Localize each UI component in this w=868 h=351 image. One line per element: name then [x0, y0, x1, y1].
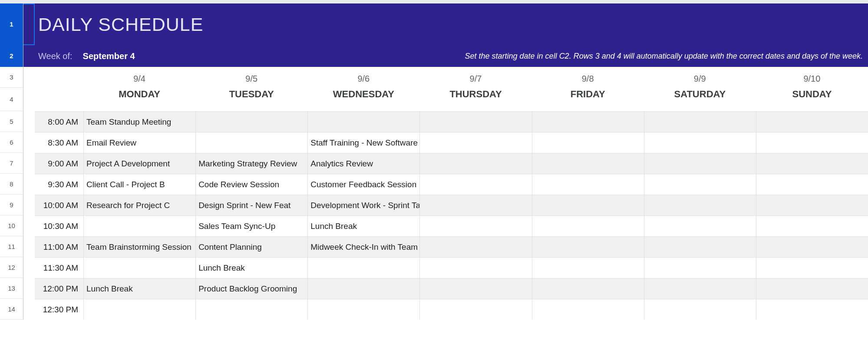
time-cell[interactable]: 10:00 AM: [35, 195, 83, 215]
event-cell[interactable]: [532, 195, 644, 215]
row-number[interactable]: 4: [0, 88, 23, 111]
row-number[interactable]: 5: [0, 111, 23, 132]
event-cell[interactable]: [756, 215, 868, 236]
event-cell[interactable]: [83, 215, 195, 236]
event-cell[interactable]: [419, 111, 531, 132]
row-number[interactable]: 12: [0, 257, 23, 278]
event-cell[interactable]: [307, 278, 419, 299]
row-number[interactable]: 6: [0, 132, 23, 153]
event-cell[interactable]: Code Review Session: [195, 174, 307, 195]
time-cell[interactable]: 12:00 PM: [35, 278, 83, 299]
row-number[interactable]: 7: [0, 153, 23, 174]
day-date[interactable]: 9/6: [307, 67, 419, 88]
event-cell[interactable]: [419, 195, 531, 215]
event-cell[interactable]: [644, 174, 756, 195]
event-cell[interactable]: [532, 278, 644, 299]
event-cell[interactable]: Client Call - Project B: [83, 174, 195, 195]
day-name[interactable]: SATURDAY: [644, 88, 756, 111]
event-cell[interactable]: [419, 215, 531, 236]
event-cell[interactable]: [307, 111, 419, 132]
event-cell[interactable]: [644, 215, 756, 236]
event-cell[interactable]: [532, 215, 644, 236]
event-cell[interactable]: Lunch Break: [83, 278, 195, 299]
event-cell[interactable]: Analytics Review: [307, 153, 419, 174]
row-number[interactable]: 1: [0, 3, 23, 45]
event-cell[interactable]: [644, 153, 756, 174]
day-date[interactable]: 9/9: [644, 67, 756, 88]
event-cell[interactable]: [532, 153, 644, 174]
event-cell[interactable]: [419, 278, 531, 299]
event-cell[interactable]: [419, 153, 531, 174]
event-cell[interactable]: Sales Team Sync-Up: [195, 215, 307, 236]
event-cell[interactable]: Team Standup Meeting: [83, 111, 195, 132]
event-cell[interactable]: [644, 278, 756, 299]
event-cell[interactable]: [756, 174, 868, 195]
event-cell[interactable]: Midweek Check-In with Team: [307, 236, 419, 257]
day-name[interactable]: TUESDAY: [195, 88, 307, 111]
event-cell[interactable]: Product Backlog Grooming: [195, 278, 307, 299]
row-number[interactable]: 2: [0, 45, 23, 67]
day-date[interactable]: 9/4: [83, 67, 195, 88]
event-cell[interactable]: Team Brainstorming Session: [83, 236, 195, 257]
event-cell[interactable]: [644, 236, 756, 257]
banner-title-row[interactable]: DAILY SCHEDULE: [35, 3, 868, 45]
event-cell[interactable]: [419, 257, 531, 278]
event-cell[interactable]: Email Review: [83, 132, 195, 153]
row-number[interactable]: 8: [0, 174, 23, 195]
banner-subtitle-row[interactable]: Week of: September 4 Set the starting da…: [35, 45, 868, 67]
day-name[interactable]: SUNDAY: [756, 88, 868, 111]
event-cell[interactable]: [756, 195, 868, 215]
time-cell[interactable]: 8:30 AM: [35, 132, 83, 153]
event-cell[interactable]: [644, 257, 756, 278]
event-cell[interactable]: Design Sprint - New Feat: [195, 195, 307, 215]
time-cell[interactable]: 8:00 AM: [35, 111, 83, 132]
event-cell[interactable]: [532, 174, 644, 195]
event-cell[interactable]: [756, 132, 868, 153]
time-cell[interactable]: 10:30 AM: [35, 215, 83, 236]
event-cell[interactable]: [644, 195, 756, 215]
event-cell[interactable]: Project A Development: [83, 153, 195, 174]
event-cell[interactable]: [756, 278, 868, 299]
event-cell[interactable]: [532, 111, 644, 132]
event-cell[interactable]: [307, 299, 419, 320]
day-name[interactable]: MONDAY: [83, 88, 195, 111]
event-cell[interactable]: [307, 257, 419, 278]
event-cell[interactable]: Research for Project C: [83, 195, 195, 215]
event-cell[interactable]: Staff Training - New Software: [307, 132, 419, 153]
event-cell[interactable]: [532, 299, 644, 320]
event-cell[interactable]: [419, 299, 531, 320]
event-cell[interactable]: [756, 236, 868, 257]
time-cell[interactable]: 11:30 AM: [35, 257, 83, 278]
day-date[interactable]: 9/10: [756, 67, 868, 88]
row-number[interactable]: 3: [0, 67, 23, 88]
day-date[interactable]: 9/7: [419, 67, 531, 88]
time-cell[interactable]: 11:00 AM: [35, 236, 83, 257]
event-cell[interactable]: Lunch Break: [307, 215, 419, 236]
row-number[interactable]: 14: [0, 299, 23, 320]
event-cell[interactable]: [83, 299, 195, 320]
event-cell[interactable]: [756, 111, 868, 132]
day-date[interactable]: 9/5: [195, 67, 307, 88]
row-number[interactable]: 10: [0, 215, 23, 236]
event-cell[interactable]: [419, 174, 531, 195]
event-cell[interactable]: [532, 132, 644, 153]
event-cell[interactable]: [532, 257, 644, 278]
event-cell[interactable]: [532, 236, 644, 257]
row-number[interactable]: 13: [0, 278, 23, 299]
event-cell[interactable]: [83, 257, 195, 278]
day-date[interactable]: 9/8: [532, 67, 644, 88]
day-name[interactable]: FRIDAY: [532, 88, 644, 111]
event-cell[interactable]: [644, 299, 756, 320]
event-cell[interactable]: [419, 236, 531, 257]
event-cell[interactable]: [644, 111, 756, 132]
event-cell[interactable]: [195, 111, 307, 132]
event-cell[interactable]: [756, 257, 868, 278]
event-cell[interactable]: [195, 132, 307, 153]
event-cell[interactable]: Lunch Break: [195, 257, 307, 278]
event-cell[interactable]: [195, 299, 307, 320]
day-name[interactable]: THURSDAY: [419, 88, 531, 111]
time-cell[interactable]: 12:30 PM: [35, 299, 83, 320]
row-number[interactable]: 9: [0, 195, 23, 215]
event-cell[interactable]: Content Planning: [195, 236, 307, 257]
event-cell[interactable]: Marketing Strategy Review: [195, 153, 307, 174]
